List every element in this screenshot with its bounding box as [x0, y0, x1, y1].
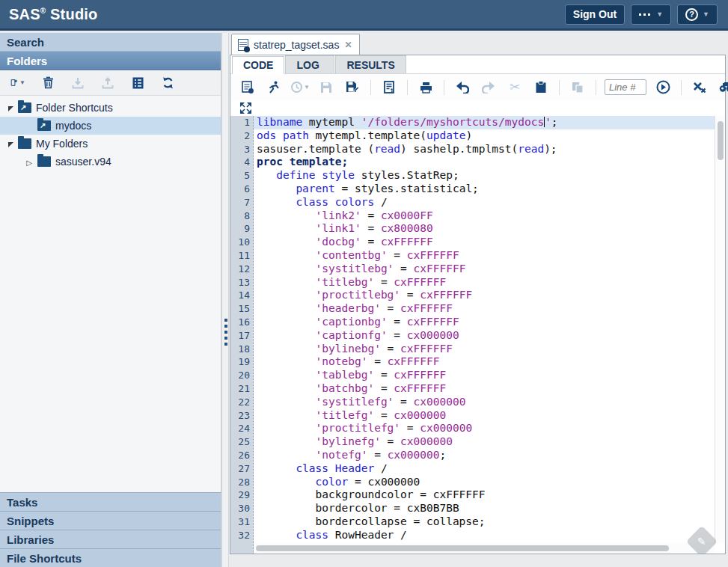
expand-icon[interactable]: ▷ [24, 156, 34, 168]
line-number: 8 [230, 209, 253, 223]
code-line: 'systitlebg' = cxFFFFFF [254, 263, 715, 276]
code-line: 'docbg' = cxFFFFFF [254, 236, 715, 249]
collapse-icon[interactable] [4, 138, 15, 150]
cut-icon: ✂ [505, 78, 524, 97]
line-number: 29 [230, 488, 253, 502]
code-line: 'link1' = cx800080 [254, 222, 715, 236]
refresh-button[interactable] [160, 76, 175, 91]
close-icon[interactable]: ✕ [344, 40, 352, 50]
line-number: 1 [230, 116, 253, 129]
navigation-sidebar: Search Folders ▼ ↗Folder Shortcuts↗mydoc… [0, 33, 221, 567]
chevron-down-icon: ▼ [703, 10, 709, 18]
code-editor[interactable]: 1234567891011121314151617181920212223242… [230, 116, 725, 554]
line-number: 21 [230, 382, 253, 396]
clear-code-icon[interactable] [690, 78, 709, 97]
line-number: 3 [230, 143, 253, 156]
program-summary-icon[interactable] [379, 78, 399, 97]
tab-results[interactable]: RESULTS [335, 55, 406, 73]
panel-header-snippets[interactable]: Snippets [0, 511, 221, 530]
panel-header-file-shortcuts[interactable]: File Shortcuts [0, 548, 221, 567]
line-number: 11 [230, 249, 253, 263]
shortcut-folder-icon: ↗ [37, 120, 51, 131]
code-line: 'tablebg' = cxFFFFFF [254, 369, 715, 382]
sign-out-button[interactable]: Sign Out [565, 4, 625, 25]
tree-item-mydocs[interactable]: ↗mydocs [0, 117, 221, 135]
tree-item-folder-shortcuts[interactable]: ↗Folder Shortcuts [0, 99, 221, 117]
vertical-scrollbar-thumb[interactable] [718, 121, 724, 160]
horizontal-scrollbar-thumb[interactable] [256, 545, 669, 551]
code-line: libname mytempl '/folders/myshortcuts/my… [254, 116, 715, 129]
code-line: class Header / [254, 462, 715, 476]
code-line: 'captionbg' = cxFFFFFF [254, 316, 715, 329]
save-as-icon[interactable] [343, 78, 362, 97]
code-line: class RowHeader / [254, 529, 715, 542]
help-icon: ? [685, 8, 698, 21]
code-line: backgroundcolor = cxFFFFFF [254, 488, 715, 502]
sidebar-bottom-panels: TasksSnippetsLibrariesFile Shortcuts [0, 492, 221, 567]
document-tab[interactable]: statrep_tagset.sas ✕ [231, 34, 360, 55]
editor-toolbar: ▼ ✂ [230, 74, 725, 100]
app-header: SAS® Studio Sign Out ▼ ? ▼ [0, 0, 728, 31]
tree-item-sasuser-v94[interactable]: ▷sasuser.v94 [0, 153, 221, 171]
collapse-icon[interactable] [4, 102, 15, 114]
program-subtabs: CODELOGRESULTS [230, 55, 725, 74]
panel-header-libraries[interactable]: Libraries [0, 530, 221, 548]
run-icon[interactable] [264, 78, 284, 97]
tree-item-my-folders[interactable]: My Folders [0, 135, 221, 153]
goto-line-icon[interactable] [653, 78, 673, 97]
line-number-input[interactable] [605, 79, 646, 95]
code-line: 'bylinefg' = cx000000 [254, 435, 715, 449]
delete-button[interactable] [40, 76, 55, 91]
tree-item-label: sasuser.v94 [55, 156, 111, 168]
code-line: proc template; [254, 156, 715, 169]
upload-icon [100, 76, 115, 91]
app-menu-button[interactable]: ▼ [631, 4, 671, 25]
tree-item-label: My Folders [36, 138, 88, 150]
line-number: 26 [230, 449, 253, 462]
folders-panel-header[interactable]: Folders [0, 52, 221, 70]
maximize-view-icon[interactable] [239, 102, 252, 115]
new-button[interactable]: ▼ [10, 76, 25, 91]
code-line: define style styles.StatRep; [254, 169, 715, 183]
work-area: statrep_tagset.sas ✕ CODELOGRESULTS ▼ [230, 33, 728, 567]
code-line: 'notefg' = cx000000; [254, 449, 715, 462]
paste-icon[interactable] [531, 78, 551, 97]
sidebar-splitter[interactable] [221, 33, 229, 567]
code-line: 'bylinebg' = cxFFFFFF [254, 343, 715, 356]
document-tabstrip: statrep_tagset.sas ✕ [230, 33, 728, 55]
panel-header-tasks[interactable]: Tasks [0, 492, 221, 511]
search-panel-header[interactable]: Search [0, 33, 221, 52]
line-number: 30 [230, 502, 253, 515]
copy-icon [568, 78, 587, 97]
document-tab-label: statrep_tagset.sas [254, 39, 339, 51]
find-replace-icon[interactable] [716, 78, 728, 97]
program-panel: CODELOGRESULTS ▼ [230, 55, 726, 554]
chevron-down-icon: ▼ [656, 10, 663, 18]
undo-icon[interactable] [453, 78, 472, 97]
help-button[interactable]: ? ▼ [677, 4, 718, 25]
tab-log[interactable]: LOG [285, 55, 334, 73]
code-area[interactable]: libname mytempl '/folders/myshortcuts/my… [254, 116, 715, 554]
save-icon [316, 78, 336, 97]
line-number: 9 [230, 222, 253, 236]
line-number: 14 [230, 289, 253, 302]
code-line: 'captionfg' = cx000000 [254, 329, 715, 343]
code-line: 'headerbg' = cxFFFFFF [254, 302, 715, 316]
code-line: 'notebg' = cxFFFFFF [254, 355, 715, 369]
vertical-scrollbar[interactable] [715, 116, 725, 543]
code-line: 'titlefg' = cx000000 [254, 409, 715, 423]
tab-code[interactable]: CODE [232, 56, 284, 74]
print-icon[interactable] [416, 78, 435, 97]
line-number: 22 [230, 396, 253, 409]
submission-history-icon: ▼ [290, 78, 310, 97]
tree-item-label: mydocs [55, 120, 91, 132]
horizontal-scrollbar[interactable] [254, 543, 715, 554]
code-line: parent = styles.statistical; [254, 183, 715, 196]
line-number: 2 [230, 129, 253, 143]
line-number: 25 [230, 435, 253, 449]
properties-button[interactable] [130, 76, 145, 91]
editor-subtoolbar [230, 100, 725, 116]
program-icon[interactable] [238, 78, 257, 97]
shortcut-folder-icon: ↗ [18, 102, 31, 113]
sas-program-icon [238, 39, 248, 51]
